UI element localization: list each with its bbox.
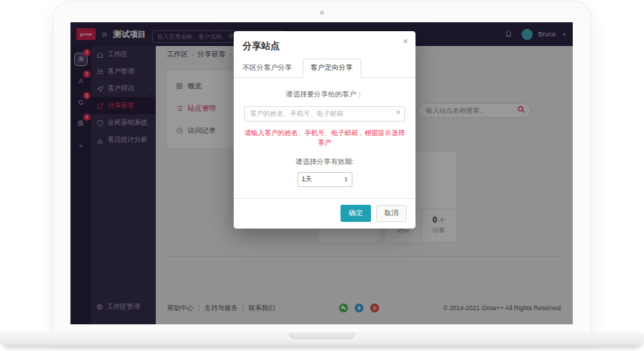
tab-share-any-customer[interactable]: 不区分客户分享: [243, 59, 292, 77]
customer-search-input[interactable]: [244, 106, 405, 122]
validity-label: 请选择分享有效期:: [244, 157, 405, 167]
select-arrows-icon: ▲▼: [344, 177, 347, 183]
modal-tabs: 不区分客户分享 客户定向分享: [234, 59, 415, 78]
tab-share-targeted-customer[interactable]: 客户定向分享: [303, 59, 361, 78]
validation-error-text: 请输入客户的姓名、手机号、电子邮箱，根据提示选择客户: [244, 128, 405, 148]
confirm-button[interactable]: 确定: [341, 205, 371, 222]
app-screen: grow ≡ 测试项目 Bruce ▼ 测 3: [70, 22, 573, 324]
modal-title: 分享站点: [243, 41, 280, 51]
validity-select[interactable]: 1天 ▲▼: [298, 172, 352, 187]
laptop-camera: [320, 10, 324, 15]
clear-input-icon[interactable]: ×: [396, 108, 401, 117]
customer-select-label: 请选择要分享给的客户：: [244, 90, 405, 99]
laptop-mockup: grow ≡ 测试项目 Bruce ▼ 测 3: [0, 0, 644, 351]
validity-selected-value: 1天: [302, 174, 312, 184]
customer-search: ×: [244, 105, 405, 122]
share-site-modal: 分享站点 × 不区分客户分享 客户定向分享 请选择要分享给的客户： × 请输入客…: [234, 31, 415, 229]
close-icon[interactable]: ×: [403, 37, 408, 46]
cancel-button[interactable]: 取消: [376, 205, 407, 222]
laptop-notch: [289, 332, 355, 339]
